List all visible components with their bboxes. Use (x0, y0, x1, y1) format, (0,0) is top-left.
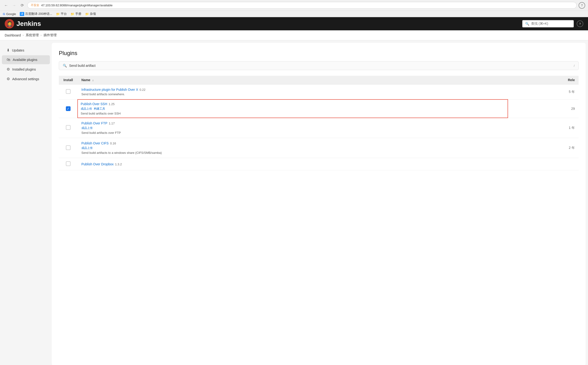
plugin-tag[interactable]: 成品上传 (81, 126, 93, 130)
breadcrumb-system-mgmt[interactable]: 系统管理 (26, 33, 39, 37)
back-button[interactable]: ← (3, 2, 9, 9)
jenkins-logo[interactable]: 🤵 Jenkins (5, 19, 41, 28)
plugin-tags-publish-over-ssh: 成品上传构建工具 (81, 107, 505, 111)
plugin-name-cell-publish-over-ftp: Publish Over FTP1.17成品上传Send build artif… (78, 118, 508, 138)
plugin-install-cell-publish-over-ssh: ✓ (59, 99, 78, 118)
table-row: ✓Publish Over SSH1.25成品上传构建工具Send build … (59, 99, 579, 118)
plugin-name-cell-publish-over-x: Infrastructure plugin for Publish Over X… (78, 84, 508, 100)
plugin-released-publish-over-dropbox (508, 158, 579, 170)
plugins-table: Install Name ↓ Rele Infrastructure plugi… (59, 76, 579, 170)
address-bar[interactable]: 不安全 47.103.59.62:8088/manage/pluginManag… (27, 2, 577, 9)
forward-button[interactable]: → (11, 2, 17, 9)
bookmark-google[interactable]: G Google (3, 12, 16, 16)
plugin-name-cell-publish-over-dropbox: Publish Over Dropbox1.3.2 (78, 158, 508, 170)
jenkins-logo-icon: 🤵 (5, 19, 14, 28)
sidebar-item-installed-plugins[interactable]: ⚙ Installed plugins (2, 65, 50, 74)
plugin-desc-publish-over-cifs: Send build artifacts to a windows share … (81, 151, 504, 154)
sidebar-item-advanced-settings[interactable]: ⚙ Advanced settings (2, 74, 50, 84)
plugin-search-input[interactable] (69, 64, 571, 68)
bookmark-misc-label: 杂项 (90, 12, 96, 16)
table-header-row: Install Name ↓ Rele (59, 76, 579, 84)
plugin-version-publish-over-x: 0.22 (140, 88, 145, 91)
browser-toolbar: ← → ⟳ 不安全 47.103.59.62:8088/manage/plugi… (0, 0, 588, 11)
col-header-name[interactable]: Name ↓ (78, 76, 508, 84)
plugin-name-link-publish-over-cifs[interactable]: Publish Over CIFS (81, 141, 109, 145)
table-row: Publish Over CIFS0.16成品上传Send build arti… (59, 138, 579, 158)
sidebar: ⬇ Updates 🛍 Available plugins ⚙ Installe… (0, 41, 52, 365)
sidebar-item-available-plugins[interactable]: 🛍 Available plugins (2, 55, 50, 64)
security-warning: 不安全 (31, 3, 39, 7)
advanced-settings-icon: ⚙ (7, 77, 10, 81)
table-row: Publish Over Dropbox1.3.2 (59, 158, 579, 170)
bookmark-manual[interactable]: 📁 手册 (70, 12, 81, 16)
plugin-released-publish-over-ftp: 1 年 (508, 118, 579, 138)
plugin-name-link-publish-over-x[interactable]: Infrastructure plugin for Publish Over X (81, 88, 138, 91)
plugin-checkbox-publish-over-ftp[interactable] (66, 125, 70, 130)
plugin-version-publish-over-cifs: 0.16 (110, 141, 116, 145)
plugin-tags-publish-over-ftp: 成品上传 (81, 126, 504, 130)
bookmark-platform-label: 平台 (61, 12, 67, 16)
bookmark-baidu[interactable]: 译 百度翻译-200种语... (20, 12, 52, 16)
breadcrumb-sep-2: › (41, 34, 42, 37)
content-area: Plugins 🔍 / Install Name ↓ Rele (52, 43, 586, 365)
bookmark-google-label: Google (6, 12, 16, 16)
search-icon: 🔍 (525, 22, 529, 26)
sidebar-item-installed-plugins-label: Installed plugins (12, 68, 36, 71)
plugin-version-publish-over-dropbox: 1.3.2 (115, 162, 122, 166)
plugin-name-cell-publish-over-cifs: Publish Over CIFS0.16成品上传Send build arti… (78, 138, 508, 158)
plugin-tag[interactable]: 构建工具 (94, 107, 105, 111)
folder-icon-manual: 📁 (70, 12, 74, 16)
plugin-search: 🔍 / (59, 61, 579, 70)
sidebar-item-advanced-settings-label: Advanced settings (12, 77, 39, 81)
plugin-desc-publish-over-ftp: Send build artifacts over FTP (81, 131, 504, 134)
bookmark-platform[interactable]: 📁 平台 (56, 12, 67, 16)
breadcrumb: Dashboard › 系统管理 › 插件管理 (0, 30, 588, 41)
col-header-install: Install (59, 76, 78, 84)
plugin-name-link-publish-over-ssh[interactable]: Publish Over SSH (81, 102, 107, 106)
plugin-tags-publish-over-cifs: 成品上传 (81, 146, 504, 150)
plugin-released-publish-over-ssh: 29 (508, 99, 579, 118)
search-shortcut: / (574, 64, 574, 68)
header-search[interactable]: 🔍 查找 (⌘+K) (522, 20, 574, 28)
breadcrumb-sep-1: › (23, 34, 24, 37)
col-header-released: Rele (508, 76, 579, 84)
plugin-desc-publish-over-x: Send build artifacts somewhere. (81, 92, 504, 96)
url-text: 47.103.59.62:8088/manage/pluginManager/a… (41, 4, 113, 7)
browser-chrome: ← → ⟳ 不安全 47.103.59.62:8088/manage/plugi… (0, 0, 588, 17)
plugin-tag[interactable]: 成品上传 (81, 146, 93, 150)
breadcrumb-dashboard[interactable]: Dashboard (5, 33, 21, 37)
sort-arrow-name: ↓ (92, 78, 94, 82)
page-title: Plugins (59, 50, 579, 56)
jenkins-header: 🤵 Jenkins 🔍 查找 (⌘+K) ? (0, 17, 588, 30)
jenkins-logo-text: Jenkins (16, 20, 41, 28)
available-plugins-icon: 🛍 (7, 58, 10, 62)
sidebar-item-updates[interactable]: ⬇ Updates (2, 46, 50, 55)
sidebar-item-available-plugins-label: Available plugins (13, 58, 37, 62)
plugin-name-cell-publish-over-ssh: Publish Over SSH1.25成品上传构建工具Send build a… (78, 99, 508, 118)
plugin-desc-publish-over-ssh: Send build artifacts over SSH (81, 112, 505, 115)
plugin-checkbox-publish-over-ssh[interactable]: ✓ (66, 106, 70, 111)
nav-buttons: ← → ⟳ (3, 2, 25, 9)
table-row: Infrastructure plugin for Publish Over X… (59, 84, 579, 100)
header-help-button[interactable]: ? (577, 21, 583, 27)
header-right: 🔍 查找 (⌘+K) ? (522, 20, 583, 28)
plugin-tag[interactable]: 成品上传 (81, 107, 92, 111)
help-button[interactable]: ? (579, 2, 585, 9)
breadcrumb-current: 插件管理 (43, 33, 57, 37)
plugin-checkbox-publish-over-cifs[interactable] (66, 145, 70, 150)
plugin-checkbox-publish-over-x[interactable] (66, 89, 70, 94)
plugin-released-publish-over-cifs: 2 年 (508, 138, 579, 158)
bookmark-baidu-label: 百度翻译-200种语... (25, 12, 52, 16)
bookmark-manual-label: 手册 (75, 12, 81, 16)
plugin-released-publish-over-x: 5 年 (508, 84, 579, 100)
bookmark-misc[interactable]: 📁 杂项 (85, 12, 96, 16)
plugin-install-cell-publish-over-dropbox (59, 158, 78, 170)
jenkins-avatar: 🤵 (6, 21, 13, 27)
plugin-name-link-publish-over-ftp[interactable]: Publish Over FTP (81, 121, 107, 125)
plugin-checkbox-publish-over-dropbox[interactable] (66, 161, 70, 166)
folder-icon-platform: 📁 (56, 12, 60, 16)
reload-button[interactable]: ⟳ (19, 2, 25, 9)
installed-plugins-icon: ⚙ (7, 67, 10, 71)
plugin-name-link-publish-over-dropbox[interactable]: Publish Over Dropbox (81, 162, 114, 166)
updates-icon: ⬇ (7, 48, 10, 52)
